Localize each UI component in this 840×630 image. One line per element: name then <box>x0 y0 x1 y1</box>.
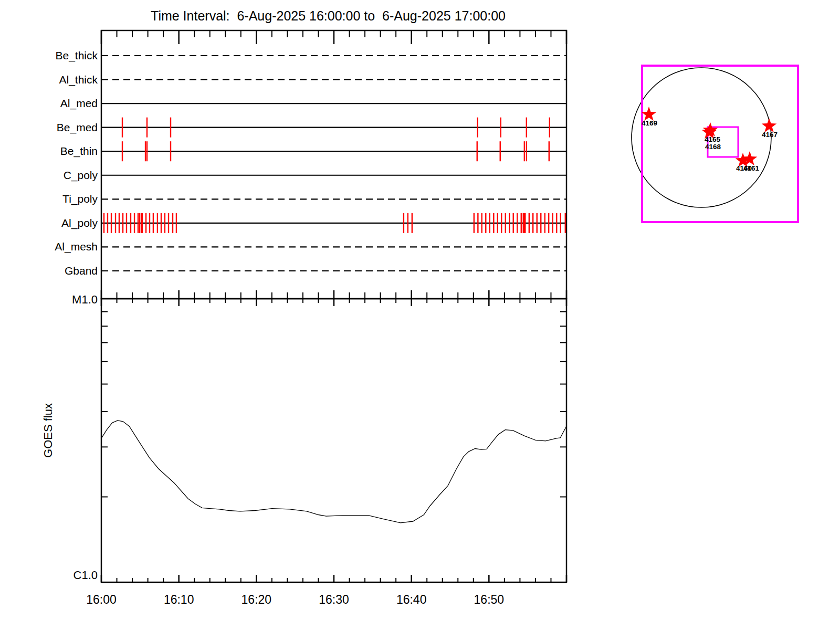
filter-row-label: Be_med <box>57 121 98 134</box>
filter-row-label: Al_med <box>60 97 98 110</box>
solar-limb-circle <box>632 68 771 207</box>
y-axis-top-label: M1.0 <box>72 293 98 306</box>
x-tick-label: 16:20 <box>242 593 272 606</box>
x-tick-label: 16:30 <box>319 593 349 606</box>
filter-row-label: Al_poly <box>61 217 98 229</box>
active-region-label: 4165 <box>705 135 721 143</box>
filter-row-label: C_poly <box>64 169 98 182</box>
x-tick-label: 16:00 <box>86 593 117 606</box>
x-tick-label: 16:10 <box>164 593 194 606</box>
active-region-label: 4168 <box>705 143 721 151</box>
filter-row-label: Gband <box>65 265 98 277</box>
timeline-panel-frame <box>101 30 566 299</box>
x-tick-label: 16:40 <box>396 593 427 606</box>
active-region-label: 4169 <box>642 119 657 127</box>
x-tick-label: 16:50 <box>474 593 505 606</box>
active-region-label: 4167 <box>762 131 778 139</box>
filter-row-label: Ti_poly <box>62 193 98 205</box>
filter-row-label: Be_thick <box>55 49 98 62</box>
goes-panel-frame <box>101 299 566 582</box>
filter-row-label: Al_mesh <box>55 240 98 253</box>
xrt-chosen-plot-canvas: Time Interval: 6-Aug-2025 16:00:00 to 6-… <box>0 0 840 630</box>
filter-row-label: Be_thin <box>60 145 98 158</box>
active-region-label: 4161 <box>743 164 760 172</box>
filter-timeline-and-goes-plot: Be_thickAl_thickAl_medBe_medBe_thinC_pol… <box>0 0 840 630</box>
y-axis-bottom-label: C1.0 <box>74 569 98 582</box>
goes-flux-curve <box>101 421 566 523</box>
filter-row-label: Al_thick <box>59 74 98 86</box>
